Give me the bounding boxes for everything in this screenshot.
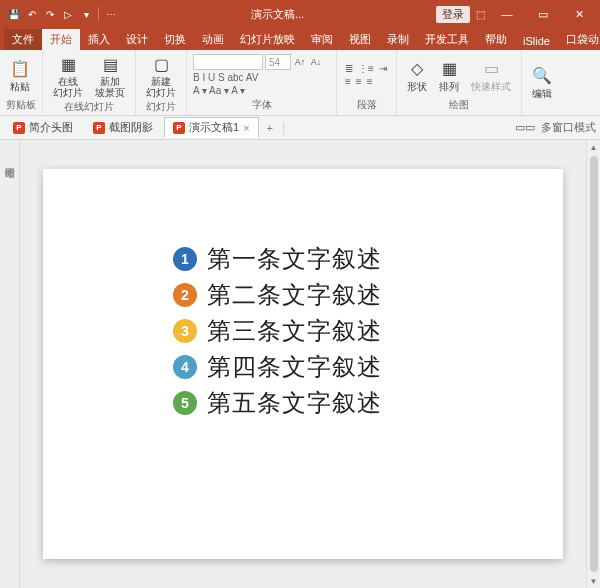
online-slide-button[interactable]: ▦ 在线 幻灯片 bbox=[49, 52, 87, 100]
new-slide-button[interactable]: ▢ 新建 幻灯片 bbox=[142, 52, 180, 100]
font-family-input[interactable] bbox=[193, 54, 263, 70]
doc-tab-label: 简介头图 bbox=[29, 120, 73, 135]
tab-help[interactable]: 帮助 bbox=[477, 29, 515, 50]
group-label-paragraph: 段落 bbox=[343, 98, 390, 113]
doc-tab-0[interactable]: P 简介头图 bbox=[4, 117, 82, 138]
minimize-button[interactable]: — bbox=[490, 0, 524, 28]
slideshow-icon[interactable]: ▷ bbox=[60, 6, 76, 22]
multi-window-icon: ▭▭ bbox=[515, 121, 535, 134]
presentation-icon: ▦ bbox=[58, 54, 78, 74]
tab-pocket-anim[interactable]: 口袋动画 PA bbox=[558, 29, 600, 50]
arrange-button[interactable]: ▦ 排列 bbox=[435, 57, 463, 94]
tab-design[interactable]: 设计 bbox=[118, 29, 156, 50]
ppt-icon: P bbox=[173, 122, 185, 134]
shapes-icon: ◇ bbox=[407, 59, 427, 79]
group-label-clipboard: 剪贴板 bbox=[6, 98, 36, 113]
group-label-drawing: 绘图 bbox=[403, 98, 515, 113]
doc-tab-1[interactable]: P 截图阴影 bbox=[84, 117, 162, 138]
shrink-font-icon[interactable]: A↓ bbox=[309, 55, 323, 69]
tab-home[interactable]: 开始 bbox=[42, 29, 80, 50]
align-center-icon[interactable]: ≡ bbox=[354, 76, 364, 87]
tab-review[interactable]: 审阅 bbox=[303, 29, 341, 50]
group-editing: 🔍 编辑 bbox=[522, 50, 562, 115]
slide[interactable]: 1 第一条文字叙述 2 第二条文字叙述 3 第三条文字叙述 4 第四条文字叙述 … bbox=[43, 169, 563, 559]
grow-font-icon[interactable]: A↑ bbox=[293, 55, 307, 69]
layout-icon: ▤ bbox=[100, 54, 120, 74]
multi-window-button[interactable]: 多窗口模式 bbox=[541, 120, 596, 135]
numbering-icon[interactable]: ⋮≡ bbox=[356, 63, 376, 74]
bullet-number: 4 bbox=[173, 355, 197, 379]
group-label-font: 字体 bbox=[193, 98, 330, 113]
list-item: 3 第三条文字叙述 bbox=[173, 315, 523, 347]
editing-button[interactable]: 🔍 编辑 bbox=[528, 64, 556, 101]
bullet-number: 2 bbox=[173, 283, 197, 307]
save-icon[interactable]: 💾 bbox=[6, 6, 22, 22]
shapes-button[interactable]: ◇ 形状 bbox=[403, 57, 431, 94]
ribbon-options-icon[interactable]: ⋯ bbox=[103, 6, 119, 22]
undo-icon[interactable]: ↶ bbox=[24, 6, 40, 22]
qat-more-icon[interactable]: ▾ bbox=[78, 6, 94, 22]
group-label-online: 在线幻灯片 bbox=[49, 100, 129, 115]
scroll-down-icon[interactable]: ▼ bbox=[587, 574, 600, 588]
new-bg-button[interactable]: ▤ 新加 坡景页 bbox=[91, 52, 129, 100]
tab-animations[interactable]: 动画 bbox=[194, 29, 232, 50]
list-item: 4 第四条文字叙述 bbox=[173, 351, 523, 383]
ppt-icon: P bbox=[93, 122, 105, 134]
font-color-row[interactable]: A ▾ Aa ▾ A ▾ bbox=[193, 85, 323, 96]
close-tab-icon[interactable]: × bbox=[243, 122, 249, 134]
ribbon-body: 📋 粘贴 剪贴板 ▦ 在线 幻灯片 ▤ 新加 坡景页 在线幻灯片 ▢ 新建 幻灯… bbox=[0, 50, 600, 116]
tab-insert[interactable]: 插入 bbox=[80, 29, 118, 50]
group-drawing: ◇ 形状 ▦ 排列 ▭ 快速样式 绘图 bbox=[397, 50, 522, 115]
list-item-text: 第五条文字叙述 bbox=[207, 387, 382, 419]
tab-transitions[interactable]: 切换 bbox=[156, 29, 194, 50]
find-icon: 🔍 bbox=[532, 66, 552, 86]
tab-slideshow[interactable]: 幻灯片放映 bbox=[232, 29, 303, 50]
font-style-row[interactable]: B I U S abc AV bbox=[193, 72, 323, 83]
bullets-icon[interactable]: ≣ bbox=[343, 63, 355, 74]
list-item-text: 第一条文字叙述 bbox=[207, 243, 382, 275]
tab-developer[interactable]: 开发工具 bbox=[417, 29, 477, 50]
bullet-number: 5 bbox=[173, 391, 197, 415]
list-item: 2 第二条文字叙述 bbox=[173, 279, 523, 311]
work-area: 缩略图 1 第一条文字叙述 2 第二条文字叙述 3 第三条文字叙述 4 第四条 bbox=[0, 140, 600, 588]
ribbon-tab-strip: 文件 开始 插入 设计 切换 动画 幻灯片放映 审阅 视图 录制 开发工具 帮助… bbox=[0, 28, 600, 50]
scroll-up-icon[interactable]: ▲ bbox=[587, 140, 600, 154]
paste-button[interactable]: 📋 粘贴 bbox=[6, 57, 34, 94]
scroll-thumb[interactable] bbox=[590, 156, 598, 572]
font-size-input[interactable]: 54 bbox=[265, 54, 291, 70]
maximize-button[interactable]: ▭ bbox=[526, 0, 560, 28]
redo-icon[interactable]: ↷ bbox=[42, 6, 58, 22]
list-item: 5 第五条文字叙述 bbox=[173, 387, 523, 419]
group-slides: ▢ 新建 幻灯片 幻灯片 bbox=[136, 50, 187, 115]
tab-record[interactable]: 录制 bbox=[379, 29, 417, 50]
tab-file[interactable]: 文件 bbox=[4, 29, 42, 50]
list-item-text: 第四条文字叙述 bbox=[207, 351, 382, 383]
thumbnail-rail[interactable]: 缩略图 bbox=[0, 140, 20, 588]
login-button[interactable]: 登录 bbox=[436, 6, 470, 23]
group-label-editing bbox=[528, 112, 556, 113]
indent-icon[interactable]: ⇥ bbox=[377, 63, 389, 74]
title-bar: 💾 ↶ ↷ ▷ ▾ ⋯ 演示文稿... 登录 ⬚ — ▭ ✕ bbox=[0, 0, 600, 28]
tab-view[interactable]: 视图 bbox=[341, 29, 379, 50]
tab-islide[interactable]: iSlide bbox=[515, 32, 558, 50]
ppt-icon: P bbox=[13, 122, 25, 134]
window-title: 演示文稿... bbox=[119, 7, 436, 22]
bullet-number: 3 bbox=[173, 319, 197, 343]
align-left-icon[interactable]: ≡ bbox=[343, 76, 353, 87]
close-button[interactable]: ✕ bbox=[562, 0, 596, 28]
list-item-text: 第三条文字叙述 bbox=[207, 315, 382, 347]
new-tab-button[interactable]: + bbox=[261, 122, 279, 134]
group-online-slides: ▦ 在线 幻灯片 ▤ 新加 坡景页 在线幻灯片 bbox=[43, 50, 136, 115]
group-clipboard: 📋 粘贴 剪贴板 bbox=[0, 50, 43, 115]
document-tab-strip: P 简介头图 P 截图阴影 P 演示文稿1 × + │ ▭▭ 多窗口模式 bbox=[0, 116, 600, 140]
doc-tab-2[interactable]: P 演示文稿1 × bbox=[164, 117, 259, 138]
vertical-scrollbar[interactable]: ▲ ▼ bbox=[586, 140, 600, 588]
quick-styles-button[interactable]: ▭ 快速样式 bbox=[467, 57, 515, 94]
ribbon-display-icon[interactable]: ⬚ bbox=[472, 6, 488, 22]
group-font: 54 A↑ A↓ B I U S abc AV A ▾ Aa ▾ A ▾ 字体 bbox=[187, 50, 337, 115]
align-right-icon[interactable]: ≡ bbox=[365, 76, 375, 87]
list-item: 1 第一条文字叙述 bbox=[173, 243, 523, 275]
doc-tab-label: 截图阴影 bbox=[109, 120, 153, 135]
arrange-icon: ▦ bbox=[439, 59, 459, 79]
bullet-number: 1 bbox=[173, 247, 197, 271]
